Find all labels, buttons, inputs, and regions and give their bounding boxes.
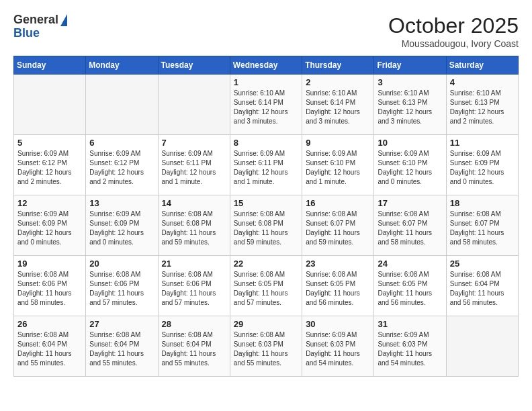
weekday-header-cell: Saturday <box>446 56 518 75</box>
calendar-body: 1Sunrise: 6:10 AM Sunset: 6:14 PM Daylig… <box>14 75 519 377</box>
day-number: 28 <box>162 319 226 329</box>
logo-general: General <box>13 13 58 26</box>
calendar-title: October 2025 <box>388 13 519 38</box>
day-info: Sunrise: 6:10 AM Sunset: 6:14 PM Dayligh… <box>234 89 298 126</box>
day-number: 8 <box>234 138 298 148</box>
calendar-cell: 9Sunrise: 6:09 AM Sunset: 6:10 PM Daylig… <box>302 135 374 195</box>
calendar-cell: 7Sunrise: 6:09 AM Sunset: 6:11 PM Daylig… <box>158 135 230 195</box>
calendar-cell <box>86 75 158 135</box>
calendar-cell: 29Sunrise: 6:08 AM Sunset: 6:03 PM Dayli… <box>230 316 302 377</box>
calendar-cell: 21Sunrise: 6:08 AM Sunset: 6:06 PM Dayli… <box>158 256 230 316</box>
day-number: 23 <box>306 259 370 269</box>
day-number: 14 <box>162 198 226 208</box>
day-number: 22 <box>234 259 298 269</box>
day-number: 19 <box>17 259 82 269</box>
weekday-header-cell: Wednesday <box>230 56 302 75</box>
calendar-cell <box>158 75 230 135</box>
calendar-cell <box>14 75 86 135</box>
logo: General Blue <box>13 13 67 40</box>
calendar-cell: 3Sunrise: 6:10 AM Sunset: 6:13 PM Daylig… <box>374 75 446 135</box>
day-info: Sunrise: 6:08 AM Sunset: 6:04 PM Dayligh… <box>89 330 154 368</box>
weekday-header-cell: Friday <box>374 56 446 75</box>
calendar-week-row: 1Sunrise: 6:10 AM Sunset: 6:14 PM Daylig… <box>14 75 519 135</box>
day-info: Sunrise: 6:09 AM Sunset: 6:11 PM Dayligh… <box>234 149 298 187</box>
calendar-cell: 4Sunrise: 6:10 AM Sunset: 6:13 PM Daylig… <box>446 75 518 135</box>
day-number: 20 <box>89 259 154 269</box>
calendar-cell: 15Sunrise: 6:08 AM Sunset: 6:08 PM Dayli… <box>230 195 302 256</box>
day-info: Sunrise: 6:08 AM Sunset: 6:07 PM Dayligh… <box>306 210 370 247</box>
calendar-cell: 26Sunrise: 6:08 AM Sunset: 6:04 PM Dayli… <box>14 316 86 377</box>
calendar-cell: 27Sunrise: 6:08 AM Sunset: 6:04 PM Dayli… <box>86 316 158 377</box>
day-info: Sunrise: 6:08 AM Sunset: 6:05 PM Dayligh… <box>306 270 370 308</box>
day-info: Sunrise: 6:08 AM Sunset: 6:07 PM Dayligh… <box>450 210 515 247</box>
day-number: 16 <box>306 198 370 208</box>
calendar-cell: 25Sunrise: 6:08 AM Sunset: 6:04 PM Dayli… <box>446 256 518 316</box>
calendar-cell: 16Sunrise: 6:08 AM Sunset: 6:07 PM Dayli… <box>302 195 374 256</box>
calendar-cell: 17Sunrise: 6:08 AM Sunset: 6:07 PM Dayli… <box>374 195 446 256</box>
calendar-cell <box>446 316 518 377</box>
day-number: 1 <box>234 77 298 87</box>
day-number: 31 <box>378 319 442 329</box>
day-number: 4 <box>450 77 515 87</box>
day-number: 17 <box>378 198 442 208</box>
day-info: Sunrise: 6:08 AM Sunset: 6:06 PM Dayligh… <box>89 270 154 308</box>
day-number: 10 <box>378 138 442 148</box>
calendar-cell: 1Sunrise: 6:10 AM Sunset: 6:14 PM Daylig… <box>230 75 302 135</box>
day-info: Sunrise: 6:08 AM Sunset: 6:04 PM Dayligh… <box>450 270 515 308</box>
logo-text: General Blue <box>13 13 67 40</box>
calendar-table: SundayMondayTuesdayWednesdayThursdayFrid… <box>13 56 519 377</box>
day-number: 6 <box>89 138 154 148</box>
calendar-cell: 12Sunrise: 6:09 AM Sunset: 6:09 PM Dayli… <box>14 195 86 256</box>
calendar-cell: 13Sunrise: 6:09 AM Sunset: 6:09 PM Dayli… <box>86 195 158 256</box>
day-number: 3 <box>378 77 442 87</box>
day-info: Sunrise: 6:09 AM Sunset: 6:10 PM Dayligh… <box>306 149 370 187</box>
day-info: Sunrise: 6:08 AM Sunset: 6:03 PM Dayligh… <box>234 330 298 368</box>
day-number: 18 <box>450 198 515 208</box>
day-number: 5 <box>17 138 82 148</box>
weekday-header-cell: Tuesday <box>158 56 230 75</box>
calendar-cell: 30Sunrise: 6:09 AM Sunset: 6:03 PM Dayli… <box>302 316 374 377</box>
calendar-cell: 22Sunrise: 6:08 AM Sunset: 6:05 PM Dayli… <box>230 256 302 316</box>
day-info: Sunrise: 6:08 AM Sunset: 6:06 PM Dayligh… <box>162 270 226 308</box>
day-info: Sunrise: 6:08 AM Sunset: 6:08 PM Dayligh… <box>162 210 226 247</box>
day-number: 21 <box>162 259 226 269</box>
calendar-cell: 11Sunrise: 6:09 AM Sunset: 6:09 PM Dayli… <box>446 135 518 195</box>
day-number: 25 <box>450 259 515 269</box>
day-info: Sunrise: 6:09 AM Sunset: 6:09 PM Dayligh… <box>89 210 154 247</box>
day-info: Sunrise: 6:09 AM Sunset: 6:11 PM Dayligh… <box>162 149 226 187</box>
day-info: Sunrise: 6:09 AM Sunset: 6:10 PM Dayligh… <box>378 149 442 187</box>
day-info: Sunrise: 6:08 AM Sunset: 6:04 PM Dayligh… <box>17 330 82 368</box>
day-number: 11 <box>450 138 515 148</box>
logo-blue: Blue <box>13 26 40 40</box>
calendar-subtitle: Moussadougou, Ivory Coast <box>388 38 519 49</box>
day-info: Sunrise: 6:08 AM Sunset: 6:05 PM Dayligh… <box>378 270 442 308</box>
calendar-cell: 20Sunrise: 6:08 AM Sunset: 6:06 PM Dayli… <box>86 256 158 316</box>
calendar-week-row: 19Sunrise: 6:08 AM Sunset: 6:06 PM Dayli… <box>14 256 519 316</box>
day-info: Sunrise: 6:08 AM Sunset: 6:05 PM Dayligh… <box>234 270 298 308</box>
weekday-header-cell: Monday <box>86 56 158 75</box>
day-number: 26 <box>17 319 82 329</box>
calendar-cell: 28Sunrise: 6:08 AM Sunset: 6:04 PM Dayli… <box>158 316 230 377</box>
day-info: Sunrise: 6:10 AM Sunset: 6:14 PM Dayligh… <box>306 89 370 126</box>
day-number: 2 <box>306 77 370 87</box>
calendar-cell: 6Sunrise: 6:09 AM Sunset: 6:12 PM Daylig… <box>86 135 158 195</box>
calendar-cell: 31Sunrise: 6:09 AM Sunset: 6:03 PM Dayli… <box>374 316 446 377</box>
calendar-cell: 2Sunrise: 6:10 AM Sunset: 6:14 PM Daylig… <box>302 75 374 135</box>
day-number: 13 <box>89 198 154 208</box>
day-number: 15 <box>234 198 298 208</box>
day-number: 24 <box>378 259 442 269</box>
day-info: Sunrise: 6:10 AM Sunset: 6:13 PM Dayligh… <box>378 89 442 126</box>
calendar-cell: 19Sunrise: 6:08 AM Sunset: 6:06 PM Dayli… <box>14 256 86 316</box>
page-header: General Blue October 2025 Moussadougou, … <box>13 13 519 49</box>
day-info: Sunrise: 6:09 AM Sunset: 6:09 PM Dayligh… <box>450 149 515 187</box>
calendar-cell: 23Sunrise: 6:08 AM Sunset: 6:05 PM Dayli… <box>302 256 374 316</box>
day-number: 30 <box>306 319 370 329</box>
calendar-cell: 8Sunrise: 6:09 AM Sunset: 6:11 PM Daylig… <box>230 135 302 195</box>
day-info: Sunrise: 6:10 AM Sunset: 6:13 PM Dayligh… <box>450 89 515 126</box>
calendar-cell: 5Sunrise: 6:09 AM Sunset: 6:12 PM Daylig… <box>14 135 86 195</box>
day-info: Sunrise: 6:08 AM Sunset: 6:04 PM Dayligh… <box>162 330 226 368</box>
calendar-week-row: 12Sunrise: 6:09 AM Sunset: 6:09 PM Dayli… <box>14 195 519 256</box>
day-info: Sunrise: 6:09 AM Sunset: 6:09 PM Dayligh… <box>17 210 82 247</box>
day-number: 7 <box>162 138 226 148</box>
calendar-week-row: 5Sunrise: 6:09 AM Sunset: 6:12 PM Daylig… <box>14 135 519 195</box>
